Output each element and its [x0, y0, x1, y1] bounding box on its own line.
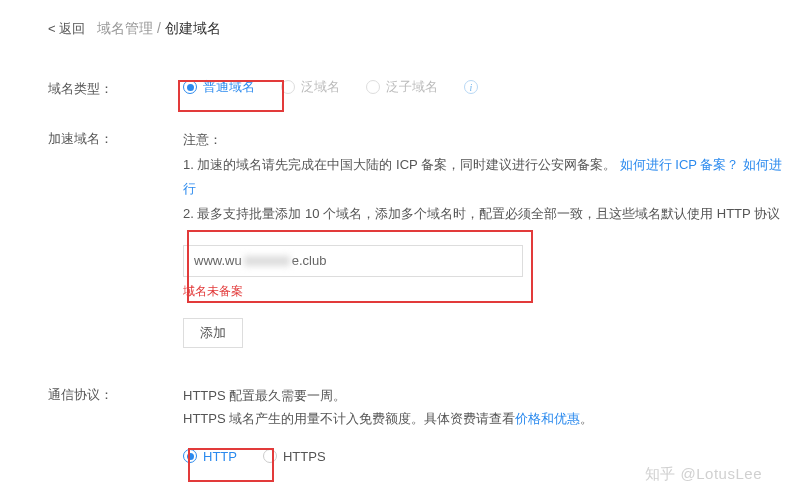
protocol-note-line1: HTTPS 配置最久需要一周。 — [183, 384, 786, 407]
domain-input-suffix: e.club — [292, 253, 327, 268]
radio-label-wildcard: 泛域名 — [301, 78, 340, 96]
domain-type-radio-group: 普通域名 泛域名 泛子域名 i — [183, 78, 786, 96]
radio-dot-icon — [183, 449, 197, 463]
radio-label-https: HTTPS — [283, 449, 326, 464]
notice-block: 注意： 1. 加速的域名请先完成在中国大陆的 ICP 备案，同时建议进行公安网备… — [183, 128, 786, 227]
row-protocol: 通信协议： HTTPS 配置最久需要一周。 HTTPS 域名产生的用量不计入免费… — [48, 384, 786, 464]
radio-label-http: HTTP — [203, 449, 237, 464]
domain-input-prefix: www.wu — [194, 253, 242, 268]
breadcrumb-current: 创建域名 — [165, 20, 221, 36]
info-icon[interactable]: i — [464, 80, 478, 94]
redacted-icon — [244, 256, 290, 266]
notice-line1: 1. 加速的域名请先完成在中国大陆的 ICP 备案，同时建议进行公安网备案。 如… — [183, 153, 786, 202]
radio-dot-icon — [366, 80, 380, 94]
radio-https[interactable]: HTTPS — [263, 449, 326, 464]
breadcrumb-sep: / — [153, 20, 165, 36]
protocol-note-line2: HTTPS 域名产生的用量不计入免费额度。具体资费请查看价格和优惠。 — [183, 407, 786, 430]
radio-dot-icon — [263, 449, 277, 463]
protocol-label: 通信协议： — [48, 384, 183, 404]
domain-type-label: 域名类型： — [48, 78, 183, 98]
protocol-note: HTTPS 配置最久需要一周。 HTTPS 域名产生的用量不计入免费额度。具体资… — [183, 384, 786, 431]
row-domain-type: 域名类型： 普通域名 泛域名 泛子域名 i — [48, 78, 786, 98]
protocol-radio-group: HTTP HTTPS — [183, 449, 786, 464]
radio-sub-wildcard-domain[interactable]: 泛子域名 — [366, 78, 438, 96]
domain-error: 域名未备案 — [183, 283, 786, 300]
row-accel-domain: 加速域名： 注意： 1. 加速的域名请先完成在中国大陆的 ICP 备案，同时建议… — [48, 128, 786, 348]
radio-dot-icon — [281, 80, 295, 94]
protocol-note-text: HTTPS 域名产生的用量不计入免费额度。具体资费请查看 — [183, 411, 515, 426]
domain-input[interactable]: www.wue.club — [183, 245, 523, 277]
watermark: 知乎 @LotusLee — [645, 465, 762, 484]
radio-normal-domain[interactable]: 普通域名 — [183, 78, 255, 96]
radio-dot-icon — [183, 80, 197, 94]
protocol-note-end: 。 — [580, 411, 593, 426]
accel-domain-label: 加速域名： — [48, 128, 183, 148]
breadcrumb: 域名管理 / 创建域名 — [97, 20, 221, 38]
notice-title: 注意： — [183, 128, 786, 153]
radio-label-sub-wildcard: 泛子域名 — [386, 78, 438, 96]
radio-http[interactable]: HTTP — [183, 449, 237, 464]
add-button[interactable]: 添加 — [183, 318, 243, 348]
icp-link[interactable]: 如何进行 ICP 备案？ — [620, 157, 740, 172]
notice-line2: 2. 最多支持批量添加 10 个域名，添加多个域名时，配置必须全部一致，且这些域… — [183, 202, 786, 227]
breadcrumb-header: < 返回 域名管理 / 创建域名 — [48, 20, 786, 38]
radio-wildcard-domain[interactable]: 泛域名 — [281, 78, 340, 96]
pricing-link[interactable]: 价格和优惠 — [515, 411, 580, 426]
radio-label-normal: 普通域名 — [203, 78, 255, 96]
notice-line1-text: 1. 加速的域名请先完成在中国大陆的 ICP 备案，同时建议进行公安网备案。 — [183, 157, 616, 172]
back-link[interactable]: < 返回 — [48, 20, 85, 38]
breadcrumb-parent[interactable]: 域名管理 — [97, 20, 153, 36]
